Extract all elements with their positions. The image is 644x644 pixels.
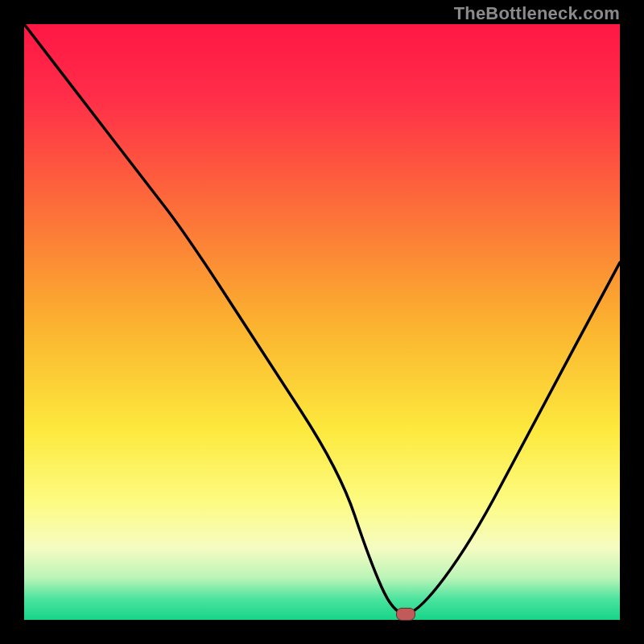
plot-area	[24, 24, 620, 620]
bottleneck-curve	[24, 24, 620, 614]
curve-layer	[24, 24, 620, 620]
optimal-marker	[396, 608, 415, 621]
watermark-text: TheBottleneck.com	[454, 3, 620, 24]
chart-frame: TheBottleneck.com	[0, 0, 644, 644]
